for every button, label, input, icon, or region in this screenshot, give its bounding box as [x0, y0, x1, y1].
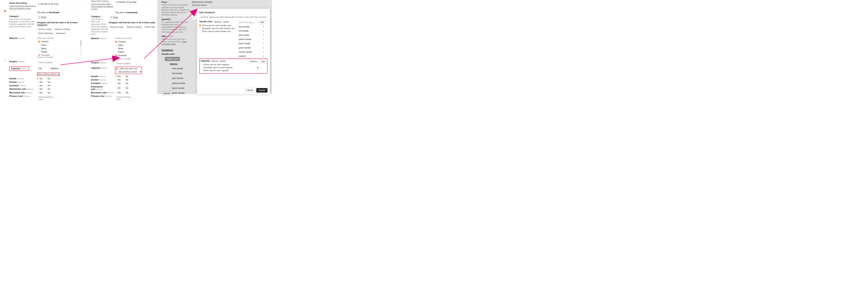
rename-link[interactable]: Rename: [214, 21, 222, 23]
checkbox-icon[interactable]: [115, 55, 117, 56]
offer-more-checkbox[interactable]: [116, 68, 118, 70]
primary-color-select[interactable]: Choose primary color: [37, 95, 60, 102]
material-option[interactable]: Metal: [37, 47, 82, 50]
capacity-unit-select[interactable]: Milliliters: [50, 66, 63, 71]
modal-cancel-button[interactable]: Cancel: [244, 88, 255, 92]
dishwasher-yes[interactable]: Yes: [115, 87, 121, 89]
prices-vary-checkbox[interactable]: [199, 25, 201, 26]
capacity-value-input[interactable]: 200: [37, 66, 50, 71]
scrollbar[interactable]: [80, 40, 82, 56]
insulated-yes[interactable]: Yes: [37, 84, 43, 87]
option-chip[interactable]: green handle✕: [238, 46, 265, 50]
remove-icon[interactable]: ✕: [262, 55, 264, 57]
option-row[interactable]: red handle: [162, 71, 191, 76]
microwave-yes[interactable]: Yes: [115, 91, 121, 94]
sidebar-badge[interactable]: 2: [4, 10, 6, 12]
enamel-no[interactable]: No: [123, 79, 128, 81]
option-chip[interactable]: handle1✕: [238, 54, 265, 58]
category-pill[interactable]: Kitchen & Dining: [54, 27, 71, 31]
edit-price-options-link[interactable]: Edit price options: [192, 4, 213, 6]
select-all-checkbox[interactable]: [162, 58, 163, 60]
remove-icon[interactable]: ✕: [262, 51, 264, 53]
modal-update-button[interactable]: Update: [256, 88, 267, 92]
category-pill[interactable]: Drink & Barware: [37, 31, 54, 35]
category-pill[interactable]: Home & Living: [109, 25, 124, 29]
graphic-select[interactable]: Choose graphic: [115, 61, 138, 65]
material-option[interactable]: Porcelain: [115, 54, 155, 57]
handle-no[interactable]: No: [123, 75, 128, 77]
checkbox-icon[interactable]: [115, 41, 117, 43]
handle-yes[interactable]: Yes: [115, 75, 121, 77]
skus-vary-cap-checkbox[interactable]: [201, 70, 202, 71]
enamel-yes[interactable]: Yes: [115, 79, 121, 81]
microwave-no[interactable]: No: [45, 91, 50, 94]
category-pill[interactable]: Drink & Barware: [144, 25, 155, 29]
material-option[interactable]: Glass: [37, 43, 82, 47]
checkbox-icon[interactable]: [115, 51, 117, 53]
prices-vary-cap-checkbox[interactable]: [201, 64, 202, 65]
about-listing-help-link[interactable]: Learn more about what types of items are…: [91, 3, 115, 10]
insulated-no[interactable]: No: [123, 82, 128, 84]
remove-icon[interactable]: ✕: [262, 47, 264, 49]
option-row[interactable]: yellow handle: [162, 81, 191, 86]
material-listbox[interactable]: Ceramic Glass Metal Plastic Porcelain: [37, 40, 82, 56]
option-row[interactable]: blue handle: [162, 66, 191, 71]
add-variations-link[interactable]: Add variations below: [119, 71, 136, 73]
dishwasher-no[interactable]: No: [123, 87, 128, 89]
about-listing-help-link[interactable]: Learn more about what types of items are…: [9, 5, 36, 10]
microwave-yes[interactable]: Yes: [37, 91, 43, 94]
option-name-input[interactable]: Name the option: [238, 20, 258, 24]
option-chip[interactable]: pink handle✕: [238, 33, 265, 37]
pencil-icon[interactable]: [4, 60, 6, 62]
dishwasher-yes[interactable]: Yes: [37, 88, 43, 90]
graphic-select[interactable]: Choose graphic: [37, 60, 60, 64]
option-chip[interactable]: red handle✕: [238, 29, 265, 33]
material-option[interactable]: Ceramic: [37, 40, 82, 43]
delete-capacity-link[interactable]: Delete: [220, 60, 226, 62]
enamel-yes[interactable]: Yes: [37, 81, 43, 83]
enamel-no[interactable]: No: [45, 81, 50, 83]
handle-yes[interactable]: Yes: [37, 77, 43, 80]
checkbox-icon[interactable]: [115, 48, 117, 49]
checkbox-icon[interactable]: [38, 51, 40, 53]
checkbox-icon[interactable]: [38, 44, 40, 46]
row-checkbox[interactable]: [164, 87, 165, 89]
category-pill[interactable]: Home & Living: [37, 27, 53, 31]
row-checkbox[interactable]: [164, 77, 165, 79]
category-search-input[interactable]: Mugs: [109, 15, 144, 20]
category-pill[interactable]: Kitchen & Dining: [125, 25, 143, 29]
option-chip[interactable]: blue handle✕: [238, 25, 265, 29]
option-chip[interactable]: orange handle✕: [238, 50, 265, 54]
quantities-vary-checkbox[interactable]: [199, 28, 201, 29]
option-chip[interactable]: yellow handle✕: [238, 37, 265, 42]
category-pill[interactable]: Drinkware: [55, 31, 66, 35]
checkbox-icon[interactable]: [38, 48, 40, 49]
option-row[interactable]: pink handle: [162, 76, 191, 81]
checkbox-icon[interactable]: [115, 44, 117, 46]
quantities-vary-cap-checkbox[interactable]: [201, 67, 202, 69]
remove-icon[interactable]: ✕: [262, 34, 264, 36]
primary-color-select[interactable]: Choose primary color: [115, 95, 135, 102]
option-chip[interactable]: black handle✕: [238, 42, 265, 46]
add-capacity-button[interactable]: Add: [260, 60, 266, 64]
row-checkbox[interactable]: [164, 82, 165, 84]
material-option[interactable]: Porcelain: [37, 54, 82, 56]
add-option-button[interactable]: Add: [259, 20, 265, 24]
who-made-select[interactable]: A member of my shop: [115, 0, 150, 4]
offer-multiple-link[interactable]: Offer multiple options?: [37, 73, 57, 75]
remove-icon[interactable]: ✕: [262, 43, 264, 45]
remove-icon[interactable]: ✕: [262, 30, 264, 32]
row-checkbox[interactable]: [164, 73, 165, 74]
material-option[interactable]: Plastic: [115, 50, 155, 54]
dishwasher-no[interactable]: No: [45, 88, 50, 90]
checkbox-icon[interactable]: [38, 41, 40, 43]
material-option[interactable]: Metal: [115, 47, 155, 50]
insulated-no[interactable]: No: [45, 84, 50, 87]
material-option[interactable]: Glass: [115, 44, 155, 47]
insulated-yes[interactable]: Yes: [115, 82, 121, 84]
handle-no[interactable]: No: [45, 77, 50, 80]
option-row[interactable]: black handle: [162, 86, 191, 90]
material-option[interactable]: Ceramic: [115, 40, 155, 44]
edit-unit-link[interactable]: Edit unit: [211, 60, 218, 62]
who-made-select[interactable]: A member of my shop: [37, 2, 82, 6]
